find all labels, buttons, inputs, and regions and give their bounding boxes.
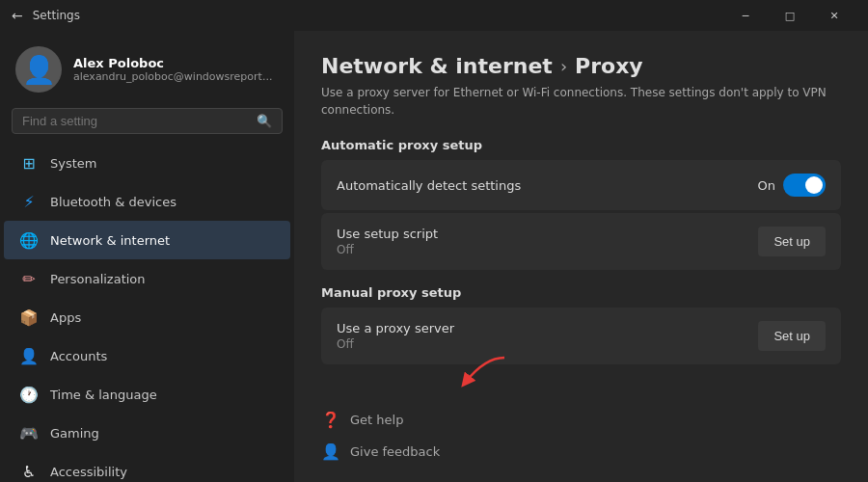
setup-script-left: Use setup script Off [337, 227, 438, 256]
proxy-server-sub: Off [337, 337, 454, 351]
user-profile[interactable]: 👤 Alex Poloboc alexandru_poloboc@windows… [0, 31, 294, 104]
page-description: Use a proxy server for Ethernet or Wi-Fi… [321, 84, 841, 119]
search-box[interactable]: 🔍 [12, 108, 283, 134]
content-area: Network & internet › Proxy Use a proxy s… [294, 31, 868, 482]
setup-script-button[interactable]: Set up [758, 227, 826, 256]
proxy-server-row: Use a proxy server Off Set up [321, 308, 841, 364]
breadcrumb-current: Proxy [575, 54, 643, 78]
minimize-button[interactable]: ─ [723, 0, 768, 31]
give-feedback-link[interactable]: 👤 Give feedback [321, 439, 841, 465]
manual-section: Manual proxy setup Use a proxy server Of… [321, 285, 841, 364]
user-email: alexandru_poloboc@windowsreport... [73, 70, 272, 83]
search-input[interactable] [22, 114, 249, 128]
user-name: Alex Poloboc [73, 56, 272, 70]
setup-script-sub: Off [337, 243, 438, 256]
sidebar-item-bluetooth[interactable]: ⚡ Bluetooth & devices [4, 182, 290, 221]
sidebar-item-gaming[interactable]: 🎮 Gaming [4, 414, 290, 452]
titlebar-left: ← Settings [12, 8, 80, 23]
system-icon: ⊞ [19, 153, 39, 173]
personalization-icon: ✏️ [19, 269, 39, 288]
sidebar-item-accessibility[interactable]: ♿ Accessibility [4, 452, 290, 482]
proxy-server-label: Use a proxy server [337, 321, 454, 335]
setup-script-row: Use setup script Off Set up [321, 213, 841, 270]
accessibility-icon: ♿ [19, 462, 39, 481]
search-icon: 🔍 [257, 114, 272, 128]
breadcrumb-parent: Network & internet [321, 54, 553, 78]
toggle-on-label: On [758, 178, 775, 193]
automatic-section-header: Automatic proxy setup [321, 138, 841, 152]
bluetooth-label: Bluetooth & devices [50, 195, 176, 209]
manual-section-header: Manual proxy setup [321, 285, 841, 300]
sidebar-item-accounts[interactable]: 👤 Accounts [4, 336, 290, 375]
toggle-switch[interactable] [783, 174, 826, 197]
avatar: 👤 [15, 46, 62, 93]
titlebar: ← Settings ─ □ ✕ [0, 0, 868, 31]
get-help-icon: ❓ [321, 411, 340, 429]
network-label: Network & internet [50, 233, 170, 248]
window-controls: ─ □ ✕ [723, 0, 856, 31]
proxy-server-setup-button[interactable]: Set up [758, 321, 826, 351]
sidebar-item-network[interactable]: 🌐 Network & internet [4, 221, 290, 259]
proxy-server-card: Use a proxy server Off Set up [321, 308, 841, 364]
search-container: 🔍 [0, 104, 294, 144]
apps-label: Apps [50, 310, 81, 325]
auto-detect-left: Automatically detect settings [337, 178, 521, 193]
user-info: Alex Poloboc alexandru_poloboc@windowsre… [73, 56, 272, 83]
give-feedback-label: Give feedback [350, 444, 440, 459]
breadcrumb: Network & internet › Proxy [321, 54, 841, 78]
sidebar-item-system[interactable]: ⊞ System [4, 144, 290, 182]
apps-icon: 📦 [19, 308, 39, 327]
give-feedback-icon: 👤 [321, 442, 340, 461]
system-label: System [50, 156, 96, 171]
auto-detect-card: Automatically detect settings On [321, 160, 841, 210]
time-label: Time & language [50, 388, 157, 402]
avatar-icon: 👤 [22, 54, 56, 86]
setup-script-card: Use setup script Off Set up [321, 213, 841, 270]
gaming-icon: 🎮 [19, 423, 39, 442]
setup-script-label: Use setup script [337, 227, 438, 241]
maximize-button[interactable]: □ [768, 0, 812, 31]
nav-list: ⊞ System ⚡ Bluetooth & devices 🌐 Network… [0, 144, 294, 482]
proxy-server-left: Use a proxy server Off [337, 321, 454, 351]
back-button[interactable]: ← [12, 8, 23, 23]
accessibility-label: Accessibility [50, 465, 127, 479]
personalization-label: Personalization [50, 272, 146, 286]
titlebar-title: Settings [33, 9, 80, 22]
auto-detect-row: Automatically detect settings On [321, 160, 841, 210]
bluetooth-icon: ⚡ [19, 192, 39, 211]
accounts-label: Accounts [50, 349, 107, 363]
network-icon: 🌐 [19, 230, 39, 250]
get-help-label: Get help [350, 413, 403, 427]
sidebar-item-apps[interactable]: 📦 Apps [4, 298, 290, 336]
auto-detect-label: Automatically detect settings [337, 178, 521, 193]
help-section: ❓ Get help 👤 Give feedback [321, 407, 841, 465]
gaming-label: Gaming [50, 426, 99, 441]
sidebar-item-personalization[interactable]: ✏️ Personalization [4, 259, 290, 298]
sidebar: 👤 Alex Poloboc alexandru_poloboc@windows… [0, 31, 294, 482]
sidebar-item-time[interactable]: 🕐 Time & language [4, 375, 290, 414]
auto-detect-toggle[interactable]: On [758, 174, 826, 197]
time-icon: 🕐 [19, 385, 39, 404]
close-button[interactable]: ✕ [812, 0, 856, 31]
breadcrumb-chevron: › [560, 56, 567, 76]
main-layout: 👤 Alex Poloboc alexandru_poloboc@windows… [0, 31, 868, 482]
get-help-link[interactable]: ❓ Get help [321, 407, 841, 433]
accounts-icon: 👤 [19, 346, 39, 365]
